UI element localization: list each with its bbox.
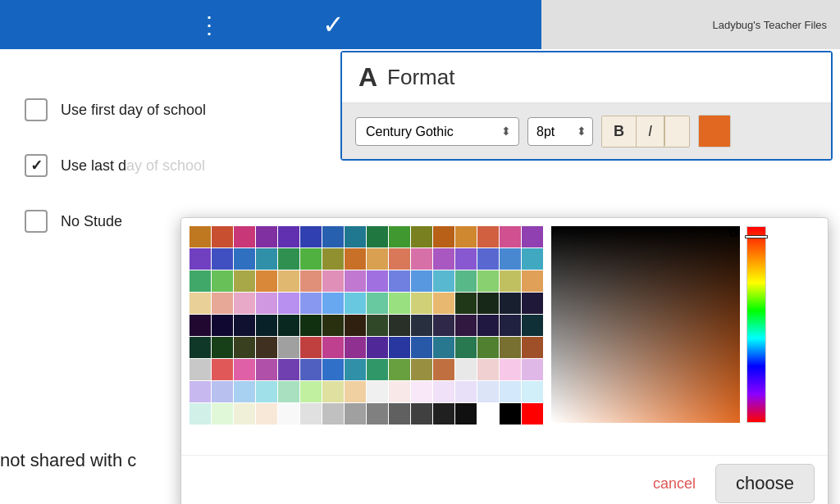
color-cell[interactable] — [278, 337, 299, 358]
color-cell[interactable] — [345, 359, 366, 380]
color-cell[interactable] — [345, 226, 366, 247]
color-cell[interactable] — [500, 381, 521, 402]
checkbox-first-day[interactable] — [25, 98, 48, 121]
color-cell[interactable] — [234, 315, 255, 336]
color-cell[interactable] — [477, 293, 499, 314]
checkbox-row-last-day[interactable]: ✓ Use last day of school — [0, 138, 328, 193]
color-cell[interactable] — [256, 315, 277, 336]
color-cell[interactable] — [389, 315, 410, 336]
color-cell[interactable] — [455, 315, 477, 336]
color-cell[interactable] — [477, 359, 499, 380]
color-cell[interactable] — [455, 359, 477, 380]
color-cell[interactable] — [212, 315, 233, 336]
color-cell[interactable] — [500, 337, 521, 358]
color-cell[interactable] — [522, 315, 543, 336]
color-cell[interactable] — [189, 403, 211, 425]
bold-button[interactable]: B — [602, 116, 637, 147]
color-cell[interactable] — [212, 270, 233, 292]
checkbox-last-day[interactable]: ✓ — [25, 154, 48, 177]
color-cell[interactable] — [300, 293, 322, 314]
color-cell[interactable] — [367, 403, 388, 425]
color-cell[interactable] — [389, 359, 410, 380]
color-cell[interactable] — [345, 248, 366, 270]
color-cell[interactable] — [234, 248, 255, 270]
color-cell[interactable] — [389, 293, 410, 314]
color-cell[interactable] — [278, 359, 299, 380]
color-cell[interactable] — [522, 381, 543, 402]
color-cell[interactable] — [345, 293, 366, 314]
color-cell[interactable] — [300, 226, 322, 247]
color-cell[interactable] — [234, 270, 255, 292]
color-cell[interactable] — [322, 293, 344, 314]
color-cell[interactable] — [500, 403, 521, 425]
color-cell[interactable] — [500, 359, 521, 380]
color-cell[interactable] — [322, 403, 344, 425]
color-cell[interactable] — [433, 226, 454, 247]
color-cell[interactable] — [189, 270, 211, 292]
color-cell[interactable] — [234, 337, 255, 358]
color-cell[interactable] — [455, 293, 477, 314]
color-cell[interactable] — [389, 381, 410, 402]
color-cell[interactable] — [300, 337, 322, 358]
color-swatch[interactable] — [698, 115, 731, 148]
color-cell[interactable] — [345, 270, 366, 292]
color-cell[interactable] — [256, 293, 277, 314]
color-cell[interactable] — [477, 381, 499, 402]
color-cell[interactable] — [345, 315, 366, 336]
color-cell[interactable] — [256, 381, 277, 402]
color-cell[interactable] — [212, 381, 233, 402]
color-cell[interactable] — [522, 270, 543, 292]
color-cell[interactable] — [300, 403, 322, 425]
color-cell[interactable] — [256, 337, 277, 358]
color-cell[interactable] — [433, 359, 454, 380]
color-cell[interactable] — [433, 270, 454, 292]
checkbox-no-student[interactable] — [25, 210, 48, 233]
color-cell[interactable] — [278, 270, 299, 292]
color-cell[interactable] — [345, 337, 366, 358]
color-cell[interactable] — [500, 315, 521, 336]
color-cell[interactable] — [300, 315, 322, 336]
color-cell[interactable] — [477, 270, 499, 292]
color-cell[interactable] — [345, 403, 366, 425]
gradient-canvas[interactable] — [551, 226, 740, 423]
hue-slider[interactable] — [746, 226, 766, 423]
color-cell[interactable] — [212, 248, 233, 270]
color-cell[interactable] — [189, 315, 211, 336]
color-cell[interactable] — [322, 226, 344, 247]
color-cell[interactable] — [411, 248, 432, 270]
color-cell[interactable] — [411, 270, 432, 292]
color-cell[interactable] — [477, 315, 499, 336]
choose-button[interactable]: choose — [715, 464, 815, 503]
color-cell[interactable] — [455, 248, 477, 270]
cancel-button[interactable]: cancel — [643, 469, 705, 499]
color-cell[interactable] — [212, 293, 233, 314]
color-cell[interactable] — [455, 403, 477, 425]
color-cell[interactable] — [455, 226, 477, 247]
color-cell[interactable] — [389, 248, 410, 270]
color-cell[interactable] — [256, 226, 277, 247]
color-cell[interactable] — [411, 337, 432, 358]
color-cell[interactable] — [189, 381, 211, 402]
color-cell[interactable] — [278, 403, 299, 425]
color-cell[interactable] — [256, 359, 277, 380]
color-cell[interactable] — [322, 315, 344, 336]
color-cell[interactable] — [433, 337, 454, 358]
color-cell[interactable] — [300, 381, 322, 402]
color-cell[interactable] — [500, 270, 521, 292]
color-cell[interactable] — [411, 381, 432, 402]
color-cell[interactable] — [367, 270, 388, 292]
color-cell[interactable] — [189, 359, 211, 380]
color-cell[interactable] — [500, 226, 521, 247]
color-cell[interactable] — [367, 381, 388, 402]
color-cell[interactable] — [278, 381, 299, 402]
color-cell[interactable] — [433, 315, 454, 336]
color-cell[interactable] — [522, 226, 543, 247]
color-cell[interactable] — [256, 248, 277, 270]
color-cell[interactable] — [234, 381, 255, 402]
color-cell[interactable] — [322, 270, 344, 292]
color-cell[interactable] — [411, 403, 432, 425]
color-cell[interactable] — [411, 226, 432, 247]
color-cell[interactable] — [234, 359, 255, 380]
color-cell[interactable] — [433, 381, 454, 402]
color-cell[interactable] — [522, 359, 543, 380]
